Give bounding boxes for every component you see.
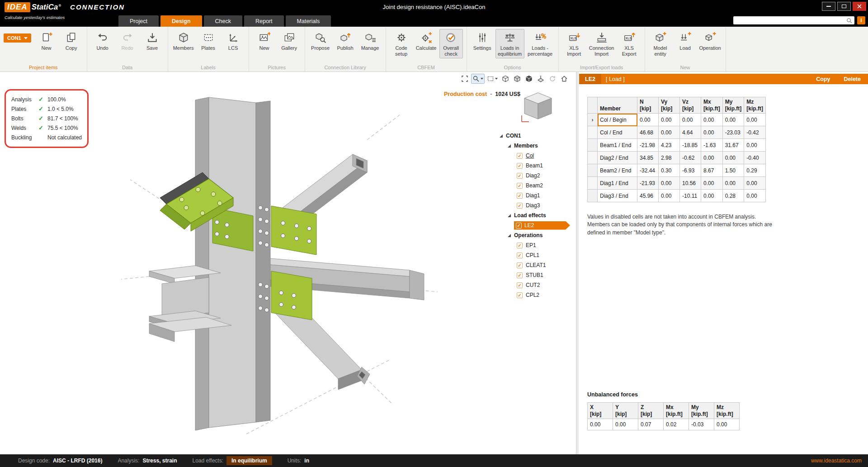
clip-plane-button[interactable] [535, 74, 546, 84]
value-cell[interactable]: 1.50 [722, 164, 744, 177]
propose-button[interactable]: Propose [309, 29, 332, 53]
value-cell[interactable]: 0.00 [701, 177, 723, 190]
value-cell[interactable]: 0.00 [744, 139, 766, 152]
value-cell[interactable]: 46.68 [637, 126, 659, 139]
rotate-view-button[interactable] [547, 74, 558, 84]
member-cell[interactable]: Beam2 / End [598, 164, 637, 177]
expander-icon[interactable] [508, 144, 511, 148]
value-cell[interactable]: 0.00 [722, 177, 744, 190]
search-input[interactable] [733, 17, 846, 24]
value-cell[interactable]: 0.00 [744, 190, 766, 202]
value-cell[interactable]: -21.98 [637, 139, 659, 152]
checkbox-icon[interactable]: ✓ [517, 262, 523, 268]
value-cell[interactable]: -0.42 [744, 126, 766, 139]
value-cell[interactable]: 0.00 [722, 152, 744, 164]
tree-item-diag1[interactable]: ✓Diag1 [499, 191, 573, 200]
value-cell[interactable]: 0.00 [701, 190, 723, 202]
row-selector[interactable] [588, 152, 598, 164]
tree-item-con1[interactable]: CON1 [499, 131, 573, 141]
settings-button[interactable]: Settings [471, 29, 494, 53]
minimize-button[interactable] [822, 2, 835, 11]
tree-group-operations[interactable]: Operations [499, 230, 573, 240]
overall-check-button[interactable]: Overall check [439, 29, 463, 58]
value-cell[interactable]: 0.00 [722, 114, 744, 126]
tree-item-diag3[interactable]: ✓Diag3 [499, 200, 573, 210]
select-tool-button[interactable] [486, 74, 499, 84]
tree-item-ep1[interactable]: ✓EP1 [499, 240, 573, 250]
value-cell[interactable]: 0.28 [722, 190, 744, 202]
model-entity-button[interactable]: Model entity [649, 29, 672, 58]
value-cell[interactable]: -21.93 [637, 177, 659, 190]
checkbox-icon[interactable]: ✓ [517, 193, 523, 199]
members-labels-button[interactable]: Members [172, 29, 195, 53]
value-cell[interactable]: 0.00 [659, 126, 680, 139]
value-cell[interactable]: 0.30 [659, 164, 680, 177]
code-setup-button[interactable]: Code setup [390, 29, 413, 58]
publish-button[interactable]: Publish [334, 29, 357, 53]
member-cell[interactable]: Col / Begin [598, 114, 637, 126]
close-button[interactable] [853, 2, 866, 11]
expander-icon[interactable] [508, 234, 511, 237]
row-selector[interactable] [588, 139, 598, 152]
row-selector[interactable] [588, 177, 598, 190]
member-cell[interactable]: Diag2 / End [598, 152, 637, 164]
delete-load-button[interactable]: Delete [844, 76, 861, 82]
member-cell[interactable]: Diag1 / End [598, 177, 637, 190]
view-wireframe-button[interactable] [500, 74, 511, 84]
zoom-tool-button[interactable] [471, 74, 485, 84]
value-cell[interactable]: -1.63 [701, 139, 723, 152]
view-solid-button[interactable] [524, 74, 534, 84]
value-cell[interactable]: -10.11 [680, 190, 701, 202]
value-cell[interactable]: 0.00 [637, 114, 659, 126]
gallery-button[interactable]: Gallery [278, 29, 301, 53]
maximize-button[interactable] [837, 2, 851, 11]
tree-item-col[interactable]: ✓Col [499, 151, 573, 161]
loads-percentage-button[interactable]: Loads - percentage [526, 29, 555, 58]
checkbox-icon[interactable]: ✓ [517, 203, 523, 209]
con1-dropdown[interactable]: CON1 [4, 33, 31, 43]
tree-item-le2[interactable]: ✓ LE2 [499, 220, 573, 230]
fit-view-button[interactable] [459, 74, 470, 84]
value-cell[interactable]: 0.00 [744, 114, 766, 126]
checkbox-icon[interactable]: ✓ [517, 173, 523, 179]
value-cell[interactable]: 0.29 [744, 164, 766, 177]
expander-icon[interactable] [508, 214, 511, 217]
new-load-button[interactable]: Load [674, 29, 697, 53]
checkbox-icon[interactable]: ✓ [517, 282, 523, 288]
checkbox-icon[interactable]: ✓ [517, 272, 523, 278]
value-cell[interactable]: -32.44 [637, 164, 659, 177]
tree-item-cpl1[interactable]: ✓CPL1 [499, 250, 573, 260]
value-cell[interactable]: 45.96 [637, 190, 659, 202]
value-cell[interactable]: 10.56 [680, 177, 701, 190]
selected-load-effect[interactable]: ✓ LE2 [514, 221, 570, 230]
checkbox-icon[interactable]: ✓ [517, 253, 523, 258]
row-selector[interactable] [588, 190, 598, 202]
tree-item-beam2[interactable]: ✓Beam2 [499, 181, 573, 191]
panel-splitter[interactable] [576, 72, 579, 454]
checkbox-icon[interactable]: ✓ [517, 163, 523, 169]
checkbox-icon[interactable]: ✓ [517, 243, 523, 248]
value-cell[interactable]: -18.85 [680, 139, 701, 152]
redo-button[interactable]: Redo [116, 29, 139, 53]
save-button[interactable]: Save [141, 29, 164, 53]
member-cell[interactable]: Col / End [598, 126, 637, 139]
plates-labels-button[interactable]: Plates [197, 29, 220, 53]
calculate-button[interactable]: Calculate [415, 29, 438, 53]
value-cell[interactable]: 31.67 [722, 139, 744, 152]
info-button[interactable]: i [857, 16, 865, 24]
checkbox-icon[interactable]: ✓ [517, 183, 523, 189]
value-cell[interactable]: 0.00 [659, 190, 680, 202]
value-cell[interactable]: 0.00 [680, 114, 701, 126]
xls-export-button[interactable]: XLS XLS Export [618, 29, 641, 58]
new-picture-button[interactable]: New [253, 29, 276, 53]
connection-import-button[interactable]: Connection Import [587, 29, 616, 58]
row-selector[interactable] [588, 164, 598, 177]
website-link[interactable]: www.ideastatica.com [811, 457, 862, 464]
tab-project[interactable]: Project [118, 15, 159, 27]
navigation-cube[interactable] [522, 93, 552, 122]
value-cell[interactable]: 0.00 [701, 126, 723, 139]
row-selector[interactable]: › [588, 114, 598, 126]
tree-item-cpl2[interactable]: ✓CPL2 [499, 290, 573, 300]
member-cell[interactable]: Beam1 / End [598, 139, 637, 152]
value-cell[interactable]: 34.85 [637, 152, 659, 164]
